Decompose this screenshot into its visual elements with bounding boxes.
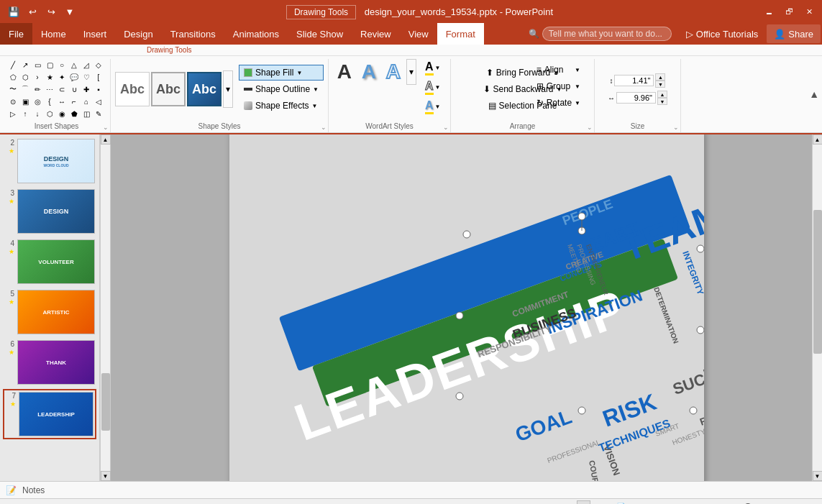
wordart-styles-collapse[interactable]: ⌄ [443, 124, 449, 131]
wordart-style-shadow[interactable]: A [357, 60, 380, 83]
arrow-shape[interactable]: ↗ [19, 59, 31, 70]
diamond-shape[interactable]: ◇ [93, 59, 104, 70]
triangle-shape[interactable]: △ [68, 59, 80, 70]
hexagon-shape[interactable]: ⬡ [19, 71, 31, 83]
bracket-shape[interactable]: [ [93, 71, 104, 83]
brace-shape[interactable]: { [44, 96, 55, 107]
menu-home[interactable]: Home [32, 23, 75, 45]
rect-shape[interactable]: ▭ [32, 59, 43, 70]
width-down[interactable]: ▼ [657, 98, 667, 105]
width-input[interactable] [616, 92, 656, 104]
slides-scroll-track[interactable] [101, 145, 110, 471]
cylinder-shape[interactable]: ⊙ [7, 96, 19, 107]
canvas-scroll-up[interactable]: ▲ [813, 134, 823, 145]
shape-fill-dropdown-icon[interactable]: ▼ [296, 70, 302, 76]
line-shape[interactable]: ╱ [7, 59, 19, 70]
menu-animations[interactable]: Animations [224, 23, 288, 45]
save-button[interactable]: 💾 [6, 4, 22, 19]
edit-shape[interactable]: ✎ [93, 108, 104, 119]
minimize-button[interactable]: 🗕 [762, 4, 776, 19]
slide-show-button[interactable]: ▶ [634, 500, 647, 504]
callout-shape[interactable]: 💬 [68, 71, 80, 83]
menu-slide-show[interactable]: Slide Show [288, 23, 352, 45]
shape-r9[interactable]: ◫ [81, 108, 92, 119]
shape-styles-collapse[interactable]: ⌄ [321, 124, 326, 131]
canvas-scroll-thumb[interactable] [813, 210, 822, 354]
shape-effects-button[interactable]: Shape Effects ▼ [239, 98, 324, 114]
normal-view-button[interactable]: ⊡ [577, 500, 590, 504]
right-triangle-shape[interactable]: ◿ [81, 59, 92, 70]
wordart-styles-expand[interactable]: ▾ [406, 59, 416, 85]
height-up[interactable]: ▲ [655, 73, 665, 81]
wordart-style-outline[interactable]: A [382, 60, 405, 83]
shape-r7[interactable]: ◉ [56, 108, 68, 119]
wordart-style-plain[interactable]: A [333, 60, 356, 83]
align-dropdown-icon[interactable]: ▼ [575, 67, 580, 73]
freeform-shape[interactable]: 〜 [7, 83, 19, 95]
rotate-button[interactable]: ↻ Rotate ▼ [530, 95, 587, 111]
redo-button[interactable]: ↪ [43, 4, 59, 19]
rounded-rect-shape[interactable]: ▢ [44, 59, 55, 70]
office-tutorials-button[interactable]: ▷ Office Tutorials [679, 23, 765, 45]
shape-style-3[interactable]: Abc [187, 72, 222, 106]
canvas-scroll-down[interactable]: ▼ [813, 471, 823, 481]
slide-thumb-3[interactable]: 3 ★ DESIGN [3, 188, 96, 235]
pentagon-shape[interactable]: ⬠ [7, 71, 19, 83]
slide-thumb-6[interactable]: 6 ★ THANK [3, 339, 96, 386]
menu-format[interactable]: Format [437, 23, 484, 45]
rotate-dropdown-icon[interactable]: ▼ [575, 100, 580, 106]
shape-effects-dropdown-icon[interactable]: ▼ [312, 103, 318, 109]
arrange-collapse[interactable]: ⌄ [587, 124, 593, 131]
slide-sorter-button[interactable]: ⊞ [595, 500, 608, 504]
shape-r5[interactable]: ↓ [32, 108, 43, 119]
slide-thumb-4[interactable]: 4 ★ VOLUNTEER [3, 238, 96, 285]
shape-styles-expand[interactable]: ▾ [223, 70, 233, 108]
u-shape[interactable]: ∪ [68, 83, 80, 95]
menu-transitions[interactable]: Transitions [162, 23, 224, 45]
shape-r2[interactable]: ◁ [93, 96, 104, 107]
shape-style-2[interactable]: Abc [151, 72, 186, 106]
slide-thumb-2[interactable]: 2 ★ DESIGN WORD CLOUD [3, 137, 96, 185]
circle-shape[interactable]: ○ [56, 59, 68, 70]
ribbon-toggle-button[interactable]: ▲ [809, 56, 819, 132]
slides-scroll-down[interactable]: ▼ [101, 471, 111, 481]
shape-r6[interactable]: ⬡ [44, 108, 55, 119]
more-shapes[interactable]: ⋯ [44, 83, 55, 95]
group-button[interactable]: ⊞ Group ▼ [530, 78, 587, 94]
menu-file[interactable]: File [0, 23, 32, 45]
slide-thumb-7[interactable]: 7 ★ LEADERSHIP [3, 389, 96, 439]
shape-r1[interactable]: ⌂ [81, 96, 92, 107]
align-button[interactable]: ≡ Align ▼ [530, 62, 587, 78]
undo-button[interactable]: ↩ [24, 4, 40, 19]
elbow-shape[interactable]: ⌐ [68, 96, 80, 107]
group-dropdown-icon[interactable]: ▼ [575, 83, 580, 90]
c-shape[interactable]: ⊂ [56, 83, 68, 95]
shape-r8[interactable]: ⬟ [68, 108, 80, 119]
menu-review[interactable]: Review [352, 23, 400, 45]
width-up[interactable]: ▲ [657, 91, 667, 98]
text-fill-button[interactable]: A ▼ [422, 59, 443, 77]
shape-r4[interactable]: ↑ [19, 108, 31, 119]
shape-r3[interactable]: ▷ [7, 108, 19, 119]
frame-shape[interactable]: ▣ [19, 96, 31, 107]
close-button[interactable]: ✕ [802, 4, 816, 19]
shape-fill-button[interactable]: Shape Fill ▼ [239, 65, 324, 81]
size-collapse[interactable]: ⌄ [673, 124, 679, 131]
menu-design[interactable]: Design [115, 23, 161, 45]
cube-shape[interactable]: ▪ [93, 83, 104, 95]
slides-scroll-thumb[interactable] [101, 373, 110, 431]
share-button[interactable]: 👤 Share [767, 24, 821, 43]
shape-outline-button[interactable]: Shape Outline ▼ [239, 81, 324, 97]
notes-label[interactable]: Notes [22, 485, 45, 495]
restore-button[interactable]: 🗗 [782, 4, 796, 19]
shape-style-1[interactable]: Abc [115, 72, 150, 106]
chevron-shape[interactable]: › [32, 71, 43, 83]
heart-shape[interactable]: ♡ [81, 71, 92, 83]
height-down[interactable]: ▼ [655, 81, 665, 88]
slide-thumb-5[interactable]: 5 ★ ARTISTIC [3, 288, 96, 336]
height-input[interactable] [614, 75, 654, 86]
text-outline-button[interactable]: A ▼ [422, 78, 443, 96]
customize-qat-button[interactable]: ▼ [62, 4, 78, 19]
connector-shape[interactable]: ↔ [56, 96, 68, 107]
star5-shape[interactable]: ★ [44, 71, 55, 83]
